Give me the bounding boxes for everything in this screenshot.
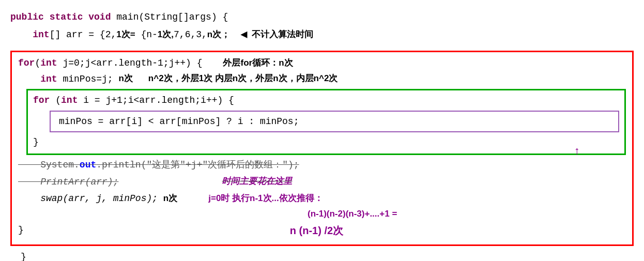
arrow-up-indicator: ↑	[574, 145, 580, 158]
minpos-decl: minPos=j;	[63, 71, 118, 87]
code-header: public static void main(String[]args) { …	[10, 5, 634, 49]
keyword-static: static	[50, 9, 89, 25]
arr-values-1: {n-	[135, 27, 158, 43]
line-main: public static void main(String[]args) {	[10, 9, 634, 25]
green-box-container: for ( int i = j+1;i<arr.length;i++) { mi…	[26, 89, 626, 155]
kw-for2: for	[33, 93, 55, 109]
line-formula1: (n-1)(n-2)(n-3)+....+1 =	[18, 207, 626, 222]
main-container: public static void main(String[]args) { …	[0, 0, 644, 261]
annotation-no-count: 不计入算法时间	[252, 27, 313, 42]
brace-close-outer: }	[18, 222, 24, 238]
purple-box-container: minPos = arr[i] < arr[minPos] ? i : minP…	[50, 111, 619, 133]
indent	[10, 27, 33, 43]
line-for-outer: for ( int j=0;j<arr.length-1;j++) { 外层fo…	[18, 55, 626, 71]
line-strike2: PrintArr(arr); 时间主要花在这里	[18, 174, 626, 190]
red-box-container: for ( int j=0;j<arr.length-1;j++) { 外层fo…	[10, 51, 634, 246]
for-outer-code: (	[35, 55, 40, 71]
annotation-formula1: (n-1)(n-2)(n-3)+....+1 =	[308, 207, 397, 222]
label-n-times: n次；	[207, 27, 230, 42]
annotation-n-times-inner: n次	[118, 71, 132, 86]
footer-area: } 初始化数组	[10, 249, 634, 261]
kw-int1: int	[40, 55, 63, 71]
annotation-n-swap: n次	[163, 191, 177, 206]
arr-values-2: 7,6,3,	[174, 27, 207, 43]
arrow-left: ◀	[240, 25, 247, 44]
method-main: main(String[]args) {	[116, 9, 228, 25]
label-n-minus-1: 1次,	[158, 27, 174, 42]
final-brace: }	[21, 249, 26, 261]
for-inner-open: (	[55, 93, 61, 109]
arr-decl: [] arr = {2,	[50, 27, 117, 43]
line-arr-init: int [] arr = {2, 1次= {n- 1次, 7,6,3, n次； …	[10, 25, 634, 44]
brace-close-inner: }	[33, 134, 39, 150]
line-closing-brace: }	[21, 249, 634, 261]
annotation-n2: n^2次，外层1次 内层n次，外层n次，内层n^2次	[148, 71, 338, 86]
line-minpos: int minPos=j; n次 n^2次，外层1次 内层n次，外层n次，内层n…	[18, 71, 626, 87]
for-inner-body: i = j+1;i<arr.length;i++) {	[83, 93, 234, 109]
annotation-formula2: n (n-1) /2次	[290, 222, 343, 239]
keyword-public: public	[10, 9, 50, 25]
indent2	[18, 71, 40, 87]
strike-sysout: System.out.println("这是第"+j+"次循环后的数组：");	[18, 157, 299, 173]
line-swap: swap(arr, j, minPos); n次 j=0时 执行n-1次...依…	[18, 191, 626, 207]
annotation-j0: j=0时 执行n-1次...依次推得：	[208, 191, 323, 206]
line-strike1: System.out.println("这是第"+j+"次循环后的数组：");	[18, 157, 626, 173]
for-outer-body: j=0;j<arr.length-1;j++) {	[63, 55, 202, 71]
outer-for-close: } n (n-1) /2次	[18, 222, 626, 239]
keyword-int-arr: int	[33, 27, 49, 43]
swap-call: swap(arr, j, minPos);	[18, 191, 163, 207]
strike-printarr: PrintArr(arr);	[18, 174, 118, 190]
inner-for-close: }	[33, 134, 619, 150]
label-1-times: 1次=	[116, 27, 135, 42]
keyword-void: void	[88, 9, 116, 25]
annotation-time-main: 时间主要花在这里	[222, 174, 292, 189]
line-minpos-assign: minPos = arr[i] < arr[minPos] ? i : minP…	[59, 114, 610, 130]
kw-int3: int	[61, 93, 83, 109]
kw-for1: for	[18, 55, 35, 71]
annotation-outer-for: 外层for循环：n次	[223, 56, 293, 71]
kw-int2: int	[40, 71, 63, 87]
line-for-inner: for ( int i = j+1;i<arr.length;i++) {	[33, 93, 619, 109]
minpos-assign: minPos = arr[i] < arr[minPos] ? i : minP…	[59, 114, 299, 130]
